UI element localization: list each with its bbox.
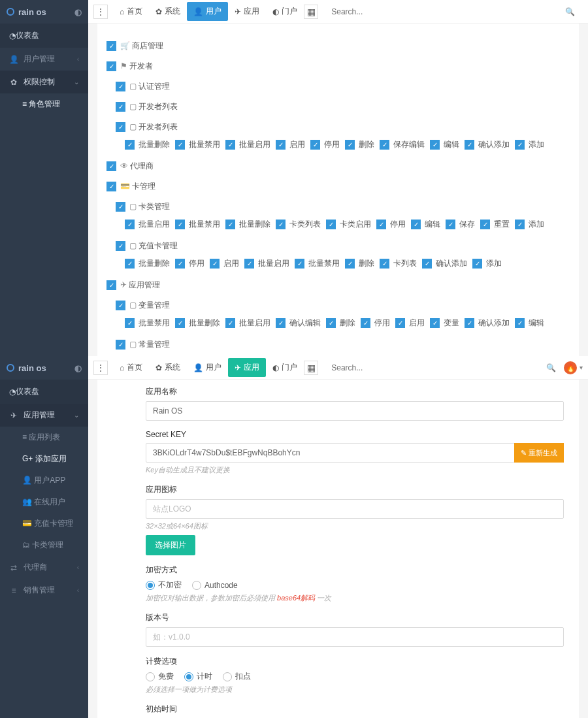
perm-checkbox[interactable]: ✓删除 bbox=[345, 139, 374, 150]
perm-checkbox[interactable]: ✓批量禁用 bbox=[175, 139, 220, 150]
perm-checkbox[interactable]: ✓▢充值卡管理 bbox=[116, 240, 178, 252]
nav-user[interactable]: 👤用户 bbox=[187, 358, 228, 377]
nav-system[interactable]: ✿系统 bbox=[149, 358, 187, 377]
collapse-icon[interactable]: ◐ bbox=[74, 363, 82, 373]
secret-input[interactable] bbox=[146, 443, 515, 463]
perm-checkbox[interactable]: ✓确认编辑 bbox=[276, 318, 321, 329]
checkbox-icon[interactable]: ✓ bbox=[225, 318, 235, 328]
checkbox-icon[interactable]: ✓ bbox=[411, 220, 421, 229]
perm-checkbox[interactable]: ✓变量 bbox=[430, 318, 459, 329]
checkbox-icon[interactable]: ✓ bbox=[310, 140, 320, 150]
nav-portal[interactable]: ◐门户 bbox=[266, 2, 304, 21]
perm-checkbox[interactable]: ✓添加 bbox=[515, 139, 544, 150]
checkbox-icon[interactable]: ✓ bbox=[106, 61, 116, 71]
grid-toggle[interactable]: ▦ bbox=[304, 361, 318, 375]
checkbox-icon[interactable]: ✓ bbox=[175, 220, 185, 229]
nav-system[interactable]: ✿系统 bbox=[149, 2, 187, 21]
checkbox-icon[interactable]: ✓ bbox=[295, 259, 304, 269]
sidebar-sub-item[interactable]: 👥 在线用户 bbox=[0, 491, 88, 513]
perm-checkbox[interactable]: ✓卡类启用 bbox=[326, 219, 371, 230]
checkbox-icon[interactable]: ✓ bbox=[175, 318, 185, 328]
icon-input[interactable] bbox=[146, 499, 564, 519]
billing-radio-free[interactable] bbox=[146, 672, 155, 681]
search-icon[interactable]: 🔍 bbox=[565, 7, 575, 16]
sidebar-item-agent[interactable]: ⇄ 代理商 ‹ bbox=[0, 556, 88, 579]
checkbox-icon[interactable]: ✓ bbox=[225, 220, 235, 229]
sidebar-sub-role[interactable]: ≡ 角色管理 bbox=[0, 93, 88, 115]
perm-checkbox[interactable]: ✓停用 bbox=[310, 139, 340, 150]
perm-checkbox[interactable]: ✓添加 bbox=[515, 219, 544, 230]
checkbox-icon[interactable]: ✓ bbox=[116, 202, 125, 212]
perm-checkbox[interactable]: ✓确认添加 bbox=[465, 139, 510, 150]
checkbox-icon[interactable]: ✓ bbox=[472, 259, 482, 269]
checkbox-icon[interactable]: ✓ bbox=[380, 140, 389, 150]
checkbox-icon[interactable]: ✓ bbox=[175, 140, 185, 150]
checkbox-icon[interactable]: ✓ bbox=[106, 182, 116, 191]
perm-checkbox[interactable]: ✓确认添加 bbox=[465, 318, 510, 329]
perm-checkbox[interactable]: ✓批量启用 bbox=[225, 318, 270, 329]
checkbox-icon[interactable]: ✓ bbox=[515, 318, 525, 328]
checkbox-icon[interactable]: ✓ bbox=[125, 220, 135, 229]
checkbox-icon[interactable]: ✓ bbox=[125, 318, 135, 328]
enc-radio-none[interactable] bbox=[146, 581, 155, 590]
regenerate-button[interactable]: ✎ 重新生成 bbox=[514, 443, 564, 463]
grid-toggle[interactable]: ▦ bbox=[304, 5, 318, 19]
perm-checkbox[interactable]: ✓启用 bbox=[210, 258, 239, 269]
sidebar-item-appmgmt[interactable]: ✈ 应用管理 ⌄ bbox=[0, 404, 88, 427]
checkbox-icon[interactable]: ✓ bbox=[125, 140, 135, 150]
ver-input[interactable] bbox=[146, 627, 564, 647]
checkbox-icon[interactable]: ✓ bbox=[116, 241, 125, 251]
menu-toggle[interactable]: ⋮ bbox=[93, 5, 108, 19]
nav-portal[interactable]: ◐门户 bbox=[266, 358, 304, 377]
checkbox-icon[interactable]: ✓ bbox=[515, 140, 525, 150]
perm-checkbox[interactable]: ✓💳卡管理 bbox=[106, 181, 155, 192]
perm-checkbox[interactable]: ✓⚑开发者 bbox=[106, 61, 153, 72]
perm-checkbox[interactable]: ✓启用 bbox=[395, 318, 425, 329]
sidebar-sub-item[interactable]: G+ 添加应用 bbox=[0, 448, 88, 470]
perm-checkbox[interactable]: ✓编辑 bbox=[430, 139, 459, 150]
billing-radio-timer[interactable] bbox=[184, 672, 193, 681]
perm-checkbox[interactable]: ✓添加 bbox=[472, 258, 502, 269]
sidebar-sub-item[interactable]: 👤 用户APP bbox=[0, 470, 88, 491]
search-input[interactable] bbox=[327, 5, 565, 19]
checkbox-icon[interactable]: ✓ bbox=[326, 220, 336, 229]
billing-radio-point[interactable] bbox=[223, 672, 232, 681]
checkbox-icon[interactable]: ✓ bbox=[276, 220, 286, 229]
checkbox-icon[interactable]: ✓ bbox=[210, 259, 220, 269]
perm-checkbox[interactable]: ✓保存 bbox=[446, 219, 475, 230]
nav-app[interactable]: ✈应用 bbox=[228, 2, 266, 21]
checkbox-icon[interactable]: ✓ bbox=[125, 259, 135, 269]
perm-checkbox[interactable]: ✓编辑 bbox=[411, 219, 440, 230]
checkbox-icon[interactable]: ✓ bbox=[345, 259, 355, 269]
checkbox-icon[interactable]: ✓ bbox=[480, 220, 490, 229]
checkbox-icon[interactable]: ✓ bbox=[106, 41, 116, 51]
sidebar-sub-item[interactable]: 🗂 卡类管理 bbox=[0, 534, 88, 556]
perm-checkbox[interactable]: ✓启用 bbox=[276, 139, 305, 150]
checkbox-icon[interactable]: ✓ bbox=[446, 220, 455, 229]
sidebar-item-sales[interactable]: ≡ 销售管理 ‹ bbox=[0, 579, 88, 602]
checkbox-icon[interactable]: ✓ bbox=[116, 301, 125, 310]
perm-checkbox[interactable]: ✓▢认证管理 bbox=[116, 81, 170, 92]
perm-checkbox[interactable]: ✓批量禁用 bbox=[295, 258, 340, 269]
checkbox-icon[interactable]: ✓ bbox=[116, 340, 125, 350]
perm-checkbox[interactable]: ✓卡列表 bbox=[380, 258, 417, 269]
perm-checkbox[interactable]: ✓批量删除 bbox=[125, 139, 170, 150]
perm-checkbox[interactable]: ✓批量启用 bbox=[225, 139, 270, 150]
checkbox-icon[interactable]: ✓ bbox=[175, 259, 185, 269]
appname-input[interactable] bbox=[146, 401, 564, 421]
sidebar-dashboard[interactable]: ◔ 仪表盘 bbox=[0, 380, 88, 404]
checkbox-icon[interactable]: ✓ bbox=[276, 140, 286, 150]
perm-checkbox[interactable]: ✓删除 bbox=[326, 318, 355, 329]
checkbox-icon[interactable]: ✓ bbox=[361, 318, 370, 328]
checkbox-icon[interactable]: ✓ bbox=[345, 140, 355, 150]
checkbox-icon[interactable]: ✓ bbox=[465, 140, 474, 150]
checkbox-icon[interactable]: ✓ bbox=[225, 140, 235, 150]
perm-checkbox[interactable]: ✓确认添加 bbox=[422, 258, 467, 269]
checkbox-icon[interactable]: ✓ bbox=[116, 102, 125, 112]
checkbox-icon[interactable]: ✓ bbox=[422, 259, 432, 269]
checkbox-icon[interactable]: ✓ bbox=[116, 122, 125, 132]
perm-checkbox[interactable]: ✓停用 bbox=[376, 219, 406, 230]
checkbox-icon[interactable]: ✓ bbox=[430, 318, 440, 328]
checkbox-icon[interactable]: ✓ bbox=[326, 318, 336, 328]
perm-checkbox[interactable]: ✓批量删除 bbox=[175, 318, 220, 329]
